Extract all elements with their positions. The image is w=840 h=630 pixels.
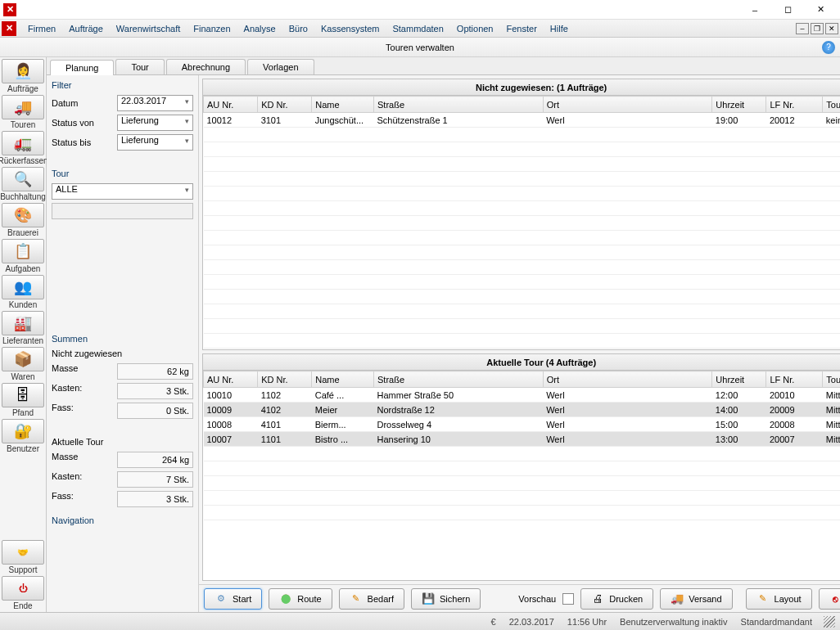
col-header[interactable]: Uhrzeit xyxy=(712,97,766,113)
col-header[interactable]: Straße xyxy=(374,371,544,388)
close-button[interactable]: ✕ xyxy=(804,0,837,20)
filter-panel: Filter Datum 22.03.2017 Status von Liefe… xyxy=(47,75,199,612)
table-row[interactable]: 100071101Bistro ...Hansering 10Werl13:00… xyxy=(204,432,841,447)
lieferanten-icon: 🏭 xyxy=(2,311,44,335)
datum-input[interactable]: 22.03.2017 xyxy=(117,95,193,111)
sichern-button[interactable]: Sichern xyxy=(411,588,481,610)
col-header[interactable]: KD Nr. xyxy=(258,371,312,388)
ende-button[interactable]: Ende xyxy=(819,588,840,610)
tour-label: Tour xyxy=(52,169,193,178)
table-row-empty xyxy=(204,506,841,520)
sidebar-item-kunden[interactable]: 👥Kunden xyxy=(0,275,46,309)
table-row[interactable]: 100094102MeierNordstraße 12Werl14:002000… xyxy=(204,403,841,417)
sidebar-item-rückerfassen[interactable]: 🚛Rückerfassen xyxy=(0,131,46,165)
vorschau-checkbox[interactable] xyxy=(562,593,574,605)
col-header[interactable]: Name xyxy=(312,371,374,388)
minimize-button[interactable]: – xyxy=(738,0,771,20)
table-row-empty xyxy=(204,231,841,245)
col-header[interactable]: Uhrzeit xyxy=(712,371,766,388)
table1-title: Nicht zugewiesen: (1 Aufträge) xyxy=(476,83,607,92)
resize-grip[interactable] xyxy=(824,616,835,628)
mdi-close-button[interactable]: ✕ xyxy=(825,23,838,34)
start-button[interactable]: Start xyxy=(204,588,262,610)
table-row-empty xyxy=(204,142,841,157)
sidebar-item-aufträge[interactable]: 👩‍💼Aufträge xyxy=(0,59,46,93)
mdi-restore-button[interactable]: ❐ xyxy=(811,23,824,34)
menu-kassensystem[interactable]: Kassensystem xyxy=(314,22,386,35)
aufgaben-icon: 📋 xyxy=(2,239,44,263)
tab-vorlagen[interactable]: Vorlagen xyxy=(247,59,314,74)
status-von-select[interactable]: Lieferung xyxy=(117,115,193,131)
page-header: Touren verwalten ? xyxy=(0,38,840,57)
handshake-icon: 🤝 xyxy=(2,540,44,565)
menu-analyse[interactable]: Analyse xyxy=(237,22,282,35)
sidebar-item-lieferanten[interactable]: 🏭Lieferanten xyxy=(0,311,46,345)
status-date: 22.03.2017 xyxy=(508,617,556,627)
table-row-empty xyxy=(204,290,841,304)
status-userinfo: Benutzerverwaltung inaktiv xyxy=(618,617,729,627)
col-header[interactable]: Tour xyxy=(823,97,840,113)
col-header[interactable]: LF Nr. xyxy=(766,97,823,113)
sidebar-item-buchhaltung[interactable]: 🔍Buchhaltung xyxy=(0,167,46,201)
menu-büro[interactable]: Büro xyxy=(282,22,314,35)
sidebar-item-ende[interactable]: ⏻ Ende xyxy=(0,576,46,610)
pfand-icon: 🗄 xyxy=(2,383,44,407)
kunden-icon: 👥 xyxy=(2,275,44,299)
help-icon[interactable]: ? xyxy=(822,41,835,54)
sidebar-item-support[interactable]: 🤝 Support xyxy=(0,540,46,574)
col-header[interactable]: Ort xyxy=(543,371,712,388)
menu-fenster[interactable]: Fenster xyxy=(500,22,544,35)
tour-select[interactable]: ALLE xyxy=(52,183,193,200)
table-row[interactable]: 100084101Bierm...Drosselweg 4Werl15:0020… xyxy=(204,417,841,432)
benutzer-icon: 🔐 xyxy=(2,419,44,443)
navigation-title: Navigation xyxy=(52,515,193,525)
datum-label: Datum xyxy=(52,98,117,108)
brauerei-icon: 🎨 xyxy=(2,203,44,227)
drucken-button[interactable]: Drucken xyxy=(580,588,653,610)
table-nicht-zugewiesen: Nicht zugewiesen: (1 Aufträge) AU Nr.KD … xyxy=(202,79,840,350)
menu-hilfe[interactable]: Hilfe xyxy=(544,22,575,35)
layout-button[interactable]: Layout xyxy=(746,588,812,610)
bedarf-button[interactable]: Bedarf xyxy=(339,588,404,610)
tour-display xyxy=(52,203,193,219)
menu-stammdaten[interactable]: Stammdaten xyxy=(386,22,449,35)
versand-button[interactable]: Versand xyxy=(660,588,732,610)
mdi-minimize-button[interactable]: – xyxy=(796,23,809,34)
tabstrip: Planung Tour Abrechnung Vorlagen xyxy=(47,57,840,75)
col-header[interactable]: Tour xyxy=(823,371,840,388)
col-header[interactable]: LF Nr. xyxy=(766,371,823,388)
rückerfassen-icon: 🚛 xyxy=(2,131,44,155)
col-header[interactable]: KD Nr. xyxy=(258,97,312,113)
col-header[interactable]: AU Nr. xyxy=(204,371,258,388)
window-titlebar: ✕ – ◻ ✕ xyxy=(0,0,840,20)
status-bis-select[interactable]: Lieferung xyxy=(117,134,193,151)
menu-finanzen[interactable]: Finanzen xyxy=(187,22,237,35)
touren-icon: 🚚 xyxy=(2,95,44,119)
table-row[interactable]: 100123101Jungschüt...Schützenstraße 1Wer… xyxy=(204,113,841,128)
col-header[interactable]: Straße xyxy=(374,97,544,113)
menu-warenwirtschaft[interactable]: Warenwirtschaft xyxy=(110,22,187,35)
menu-aufträge[interactable]: Aufträge xyxy=(62,22,110,35)
table-row-empty xyxy=(204,187,841,201)
col-header[interactable]: Ort xyxy=(543,97,712,113)
sidebar-item-waren[interactable]: 📦Waren xyxy=(0,347,46,381)
sidebar-item-pfand[interactable]: 🗄Pfand xyxy=(0,383,46,417)
menu-firmen[interactable]: Firmen xyxy=(21,22,62,35)
nz-masse-value: 62 kg xyxy=(117,363,193,380)
sidebar-item-benutzer[interactable]: 🔐Benutzer xyxy=(0,419,46,453)
sidebar-item-touren[interactable]: 🚚Touren xyxy=(0,95,46,129)
table-row[interactable]: 100101102Café ...Hammer Straße 50Werl12:… xyxy=(204,388,841,403)
route-button[interactable]: Route xyxy=(269,588,332,610)
sidebar-item-aufgaben[interactable]: 📋Aufgaben xyxy=(0,239,46,273)
tab-tour[interactable]: Tour xyxy=(115,59,164,74)
tab-planung[interactable]: Planung xyxy=(50,60,114,75)
sidebar-item-brauerei[interactable]: 🎨Brauerei xyxy=(0,203,46,237)
col-header[interactable]: AU Nr. xyxy=(204,97,258,113)
col-header[interactable]: Name xyxy=(312,97,374,113)
page-title: Touren verwalten xyxy=(386,43,454,52)
menu-optionen[interactable]: Optionen xyxy=(450,22,500,35)
maximize-button[interactable]: ◻ xyxy=(771,0,804,20)
tab-abrechnung[interactable]: Abrechnung xyxy=(166,59,246,74)
table2-title: Aktuelle Tour (4 Aufträge) xyxy=(486,358,596,367)
nz-fass-value: 0 Stk. xyxy=(117,403,193,419)
